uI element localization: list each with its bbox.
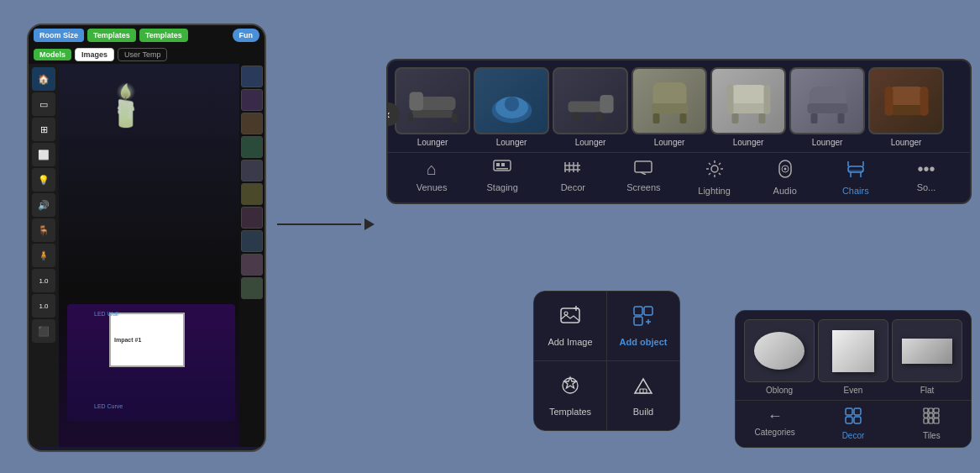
cat-screens[interactable]: Screens xyxy=(618,160,668,196)
led-curve-label: LED Curve xyxy=(94,403,123,409)
svg-rect-79 xyxy=(924,413,928,418)
phone-right-thumbnails xyxy=(239,64,265,447)
chandelier-icon: 🕯️ xyxy=(101,82,151,129)
icon-seat[interactable]: 🪑 xyxy=(32,218,55,242)
add-object-cell[interactable]: Add object xyxy=(607,292,679,360)
build-label: Build xyxy=(633,407,653,417)
thumb-9[interactable] xyxy=(241,254,263,276)
thumb-1[interactable] xyxy=(241,66,263,87)
icon-grid[interactable]: ⊞ xyxy=(32,118,55,141)
staging-label: Staging xyxy=(487,182,518,192)
svg-line-49 xyxy=(719,163,721,165)
svg-rect-20 xyxy=(731,113,738,124)
carousel-item-7[interactable]: Lounger xyxy=(868,67,944,152)
svg-rect-77 xyxy=(929,408,933,413)
thumb-6[interactable] xyxy=(241,183,263,205)
svg-rect-9 xyxy=(600,94,613,113)
build-cell[interactable]: Build xyxy=(607,361,679,430)
fun-button[interactable]: Fun xyxy=(233,29,260,42)
carousel-item-3[interactable]: Lounger xyxy=(553,67,628,152)
add-image-cell[interactable]: Add Image xyxy=(534,292,606,360)
chair-visual-1 xyxy=(396,69,469,133)
svg-rect-84 xyxy=(934,418,939,423)
svg-rect-75 xyxy=(854,417,861,423)
models-button[interactable]: Models xyxy=(34,49,71,60)
templates-cell[interactable]: Templates xyxy=(534,361,606,430)
room-size-button[interactable]: Room Size xyxy=(34,29,84,42)
svg-rect-11 xyxy=(595,112,602,121)
phone-top-bar: Room Size Templates Templates Fun xyxy=(29,25,265,45)
carousel-label-2: Lounger xyxy=(496,138,527,147)
templates-button-2[interactable]: Templates xyxy=(139,29,188,42)
carousel-item-2[interactable]: Lounger xyxy=(474,67,549,152)
phone-main-view: 🕯️ Impact #1 LED Wall LED Curve xyxy=(59,64,239,447)
chair-thumb-4 xyxy=(631,67,707,134)
svg-rect-32 xyxy=(501,163,505,166)
thumb-2[interactable] xyxy=(241,89,263,111)
decor-thumb-flat[interactable] xyxy=(892,319,962,382)
thumb-8[interactable] xyxy=(241,230,263,252)
carousel-item-6[interactable]: Lounger xyxy=(789,67,865,152)
decor-nav-categories[interactable]: ← Categories xyxy=(736,401,814,447)
carousel-item-4[interactable]: Lounger xyxy=(631,67,707,152)
add-object-label: Add object xyxy=(620,337,668,347)
templates-button-1[interactable]: Templates xyxy=(87,29,136,42)
user-temp-button[interactable]: User Temp xyxy=(118,48,167,61)
icon-figure[interactable]: 🧍 xyxy=(32,244,55,267)
cat-decor[interactable]: Decor xyxy=(548,160,598,196)
carousel-label-1: Lounger xyxy=(417,138,448,147)
build-icon xyxy=(632,375,654,402)
led-wall-area: Impact #1 xyxy=(67,304,235,422)
cat-venues[interactable]: ⌂ Venues xyxy=(406,160,457,196)
svg-point-42 xyxy=(711,166,718,172)
categories-back-icon: ← xyxy=(768,407,783,425)
icon-light[interactable]: 💡 xyxy=(32,168,55,192)
svg-rect-1 xyxy=(412,110,453,118)
svg-rect-28 xyxy=(884,87,893,116)
thumb-4[interactable] xyxy=(241,136,263,158)
svg-rect-64 xyxy=(634,307,642,315)
carousel-item-1[interactable]: Lounger xyxy=(395,67,470,152)
thumb-3[interactable] xyxy=(241,113,263,134)
icon-settings2[interactable]: 1.0 xyxy=(32,294,55,318)
screens-icon xyxy=(634,160,652,179)
carousel-label-3: Lounger xyxy=(575,138,606,147)
cat-chairs[interactable]: Chairs xyxy=(831,160,881,196)
even-shape xyxy=(832,330,874,372)
decor-thumb-even[interactable] xyxy=(818,319,888,382)
tiles-nav-icon xyxy=(923,407,940,428)
carousel-label-5: Lounger xyxy=(733,138,764,147)
screen-label: Impact #1 xyxy=(114,337,141,343)
phone-left-icons: 🏠 ▭ ⊞ ⬜ 💡 🔊 🪑 🧍 1.0 1.0 ⬛ xyxy=(29,64,59,447)
carousel-row: Lounger Lounger xyxy=(388,60,970,152)
carousel-item-5[interactable]: Lounger xyxy=(710,67,786,152)
decor-nav-tiles[interactable]: Tiles xyxy=(893,401,971,447)
so-icon: ••• xyxy=(917,160,935,179)
arrow-line xyxy=(277,223,361,225)
decor-panel: Oblong Even Flat ← Categories Decor xyxy=(735,310,972,448)
icon-settings1[interactable]: 1.0 xyxy=(32,269,55,292)
icon-screen[interactable]: ⬜ xyxy=(32,143,55,166)
svg-rect-40 xyxy=(635,161,652,172)
chair-thumb-3 xyxy=(553,67,628,134)
decor-nav-decor[interactable]: Decor xyxy=(814,401,892,447)
images-button[interactable]: Images xyxy=(75,48,114,61)
thumb-5[interactable] xyxy=(241,160,263,181)
svg-rect-4 xyxy=(452,113,458,122)
decor-thumb-oblong[interactable] xyxy=(744,319,815,382)
icon-home[interactable]: 🏠 xyxy=(32,67,55,91)
templates-label: Templates xyxy=(549,407,591,417)
chair-thumb-6 xyxy=(789,67,865,134)
svg-line-47 xyxy=(709,163,710,165)
cat-lighting[interactable]: Lighting xyxy=(689,160,740,196)
icon-misc[interactable]: ⬛ xyxy=(32,319,55,343)
thumb-10[interactable] xyxy=(241,277,263,299)
action-grid: Add Image Add object xyxy=(534,292,679,430)
icon-layout[interactable]: ▭ xyxy=(32,92,55,116)
thumb-7[interactable] xyxy=(241,207,263,229)
icon-sound[interactable]: 🔊 xyxy=(32,193,55,217)
cat-so[interactable]: ••• So... xyxy=(901,160,951,196)
carousel-label-4: Lounger xyxy=(654,138,685,147)
cat-audio[interactable]: Audio xyxy=(760,160,810,196)
cat-staging[interactable]: Staging xyxy=(477,160,527,196)
